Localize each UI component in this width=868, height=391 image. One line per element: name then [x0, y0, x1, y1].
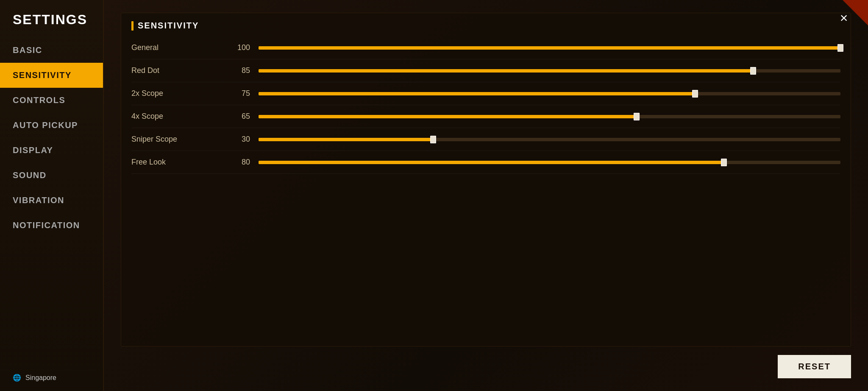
slider-label-general: General — [131, 43, 225, 52]
sidebar-item-sound[interactable]: SOUND — [0, 163, 103, 188]
slider-label-red-dot: Red Dot — [131, 66, 225, 75]
reset-button[interactable]: RESET — [778, 355, 851, 378]
sidebar-item-vibration[interactable]: VIBRATION — [0, 188, 103, 213]
slider-track-2x-scope[interactable] — [259, 91, 840, 97]
slider-row-free-look: Free Look 80 — [131, 151, 840, 174]
sensitivity-panel: SENSITIVITY General 100 Red Dot 85 — [121, 13, 851, 346]
slider-row-red-dot: Red Dot 85 — [131, 59, 840, 82]
slider-row-2x-scope: 2x Scope 75 — [131, 82, 840, 105]
sidebar-item-controls[interactable]: CONTROLS — [0, 88, 103, 113]
slider-row-general: General 100 — [131, 36, 840, 59]
settings-title: SETTINGS — [0, 0, 103, 38]
sidebar-item-display[interactable]: DISPLAY — [0, 138, 103, 163]
main-content: × SENSITIVITY General 100 Red Dot 85 — [104, 0, 868, 391]
section-accent-bar — [131, 21, 134, 31]
slider-value-general: 100 — [225, 43, 250, 52]
slider-value-4x-scope: 65 — [225, 112, 250, 121]
bottom-bar: RESET — [121, 346, 851, 378]
sliders-container: General 100 Red Dot 85 2x Scope 75 — [121, 36, 851, 184]
sidebar-item-auto-pickup[interactable]: AUTO PICKUP — [0, 113, 103, 138]
slider-value-sniper-scope: 30 — [225, 135, 250, 144]
slider-track-red-dot[interactable] — [259, 68, 840, 74]
slider-track-general[interactable] — [259, 45, 840, 51]
slider-track-sniper-scope[interactable] — [259, 137, 840, 142]
slider-value-2x-scope: 75 — [225, 89, 250, 98]
sidebar: SETTINGS BASIC SENSITIVITY CONTROLS AUTO… — [0, 0, 104, 391]
globe-icon: 🌐 — [13, 374, 21, 382]
slider-label-2x-scope: 2x Scope — [131, 89, 225, 98]
slider-label-4x-scope: 4x Scope — [131, 112, 225, 121]
slider-track-4x-scope[interactable] — [259, 114, 840, 120]
slider-label-sniper-scope: Sniper Scope — [131, 135, 225, 144]
slider-row-4x-scope: 4x Scope 65 — [131, 105, 840, 128]
sidebar-item-notification[interactable]: NOTIFICATION — [0, 213, 103, 238]
location-display: 🌐 Singapore — [0, 364, 103, 391]
slider-value-red-dot: 85 — [225, 66, 250, 75]
location-label: Singapore — [25, 374, 56, 382]
close-icon: × — [840, 11, 848, 25]
section-title: SENSITIVITY — [138, 21, 199, 31]
slider-label-free-look: Free Look — [131, 158, 225, 167]
sidebar-item-sensitivity[interactable]: SENSITIVITY — [0, 63, 103, 88]
sidebar-item-basic[interactable]: BASIC — [0, 38, 103, 63]
close-button[interactable]: × — [832, 6, 855, 29]
slider-value-free-look: 80 — [225, 158, 250, 167]
slider-track-free-look[interactable] — [259, 159, 840, 165]
section-header: SENSITIVITY — [121, 13, 851, 36]
slider-row-sniper-scope: Sniper Scope 30 — [131, 128, 840, 151]
